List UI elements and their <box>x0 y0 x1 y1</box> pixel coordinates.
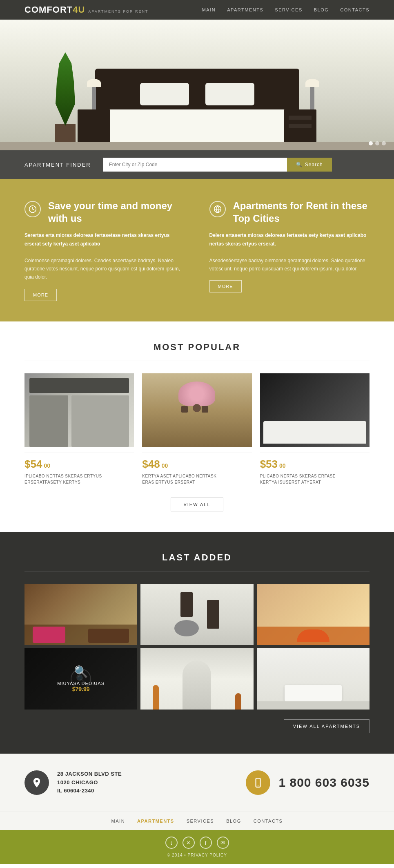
feature-left-body: Serertas erta mioras deloreas fertasetas… <box>24 231 185 281</box>
feature-left-more-button[interactable]: MORE <box>24 289 57 301</box>
facebook-icon[interactable]: f <box>200 837 212 849</box>
contact-addr-text: 28 JACKSON BLVD STE 1020 CHICAGO IL 6060… <box>57 770 122 795</box>
footer-nav-apartments[interactable]: APARTMENTS <box>137 819 174 823</box>
phone-icon <box>253 777 263 788</box>
lamp-stem <box>310 85 314 109</box>
hero-section <box>0 20 394 150</box>
gallery-item-5[interactable] <box>140 648 253 710</box>
carousel-dots <box>369 141 386 145</box>
feature-left-header: Save your time and money with us <box>24 199 185 225</box>
most-popular-section: MOST POPULAR $54 00 IPLICABO NERTAS SKER <box>0 321 394 532</box>
bed-headboard <box>95 69 299 109</box>
last-added-divider <box>24 571 370 571</box>
gallery-overlay-title-4: MIUYASA DEOIUAS <box>57 681 105 686</box>
shelf <box>29 378 129 393</box>
bed-pillow-right <box>205 83 254 105</box>
phone-icon-circle <box>246 770 270 795</box>
nav-item-services[interactable]: SERVICES <box>275 7 302 12</box>
logo: COMFORT4U APARTMENTS FOR RENT <box>24 4 149 15</box>
view-all-button[interactable]: VIEW ALL <box>171 498 223 511</box>
globe-icon <box>214 205 222 213</box>
feature-left-title: Save your time and money with us <box>48 199 185 225</box>
logo-text: COMFORT4U <box>24 4 85 15</box>
feature-right-more-button[interactable]: MORE <box>209 280 242 292</box>
apt-price-3: $53 00 <box>260 458 370 471</box>
floor <box>0 142 394 150</box>
gallery-item-1[interactable] <box>24 584 137 645</box>
nav-item-main[interactable]: MAIN <box>202 7 216 12</box>
x-icon[interactable]: ✕ <box>183 837 195 849</box>
vase <box>193 404 201 412</box>
view-all-apartments-button[interactable]: VIEW ALL APARTMENTS <box>284 719 370 733</box>
gallery-item-6[interactable] <box>257 648 370 710</box>
location-icon <box>31 777 42 788</box>
feature-left: Save your time and money with us Sererta… <box>24 199 185 301</box>
apartment-card-3: $53 00 PLICABO NERTAS SKERAS ERFASE KERT… <box>260 373 370 485</box>
time-icon-circle <box>24 201 41 217</box>
gallery-overlay-4: 🔍 MIUYASA DEOIUAS $79.99 <box>24 648 137 710</box>
nav-item-apartments[interactable]: APARTMENTS <box>227 7 263 12</box>
lamp-shade-left <box>87 79 101 87</box>
obj2 <box>202 406 208 413</box>
twitter-icon[interactable]: t <box>165 837 178 849</box>
card-divider-1 <box>24 453 134 453</box>
card-divider-3 <box>260 453 370 453</box>
nightstand-drawer2 <box>289 124 312 128</box>
footer-nav-services[interactable]: SERVICES <box>187 819 214 823</box>
footer-social: t ✕ f ✉ © 2014 • PRIVACY POLICY <box>0 830 394 864</box>
price-dollar-3: $53 <box>260 458 278 471</box>
carousel-dot-3[interactable] <box>382 141 386 145</box>
contact-phone: 1 800 603 6035 <box>246 770 370 795</box>
plant-leaves <box>53 52 78 126</box>
gallery-item-2[interactable] <box>140 584 253 645</box>
nightstand-drawer <box>289 116 312 120</box>
site-header: COMFORT4U APARTMENTS FOR RENT MAIN APART… <box>0 0 394 20</box>
search-button[interactable]: 🔍 Search <box>287 158 332 172</box>
phone-number: 1 800 603 6035 <box>278 776 370 790</box>
svg-rect-3 <box>256 778 260 787</box>
globe-icon-circle <box>209 201 226 217</box>
time-icon <box>29 205 37 213</box>
nightstand-left <box>78 109 110 142</box>
gallery-grid: 🔍 🔍 MIUYASA DEOIUAS $79.99 <box>24 584 370 710</box>
search-bar: APARTMENT FINDER 🔍 Search <box>0 150 394 179</box>
hero-plant <box>49 44 82 150</box>
footer-nav-main[interactable]: MAIN <box>111 819 125 823</box>
mail-icon[interactable]: ✉ <box>217 837 229 849</box>
footer-nav-contacts[interactable]: CONTACTS <box>254 819 283 823</box>
obj1 <box>181 406 188 413</box>
apartments-grid: $54 00 IPLICABO NERTAS SKERAS ERTYUS ERS… <box>24 373 370 485</box>
feature-right-header: Apartments for Rent in these Top Cities <box>209 199 370 225</box>
search-form: 🔍 Search <box>103 158 332 172</box>
last-added-title: LAST ADDED <box>24 552 370 563</box>
carousel-dot-2[interactable] <box>375 141 379 145</box>
footer-nav: MAIN APARTMENTS SERVICES BLOG CONTACTS <box>0 812 394 830</box>
hero-image <box>0 20 394 150</box>
feature-right-body: Delers ertaserta mioras deloreas fertase… <box>209 231 370 273</box>
most-popular-title: MOST POPULAR <box>24 342 370 353</box>
gallery-overlay-price-4: $79.99 <box>72 686 90 692</box>
carousel-dot-1[interactable] <box>369 141 373 145</box>
apt-image-2 <box>142 373 252 447</box>
logo-sub: APARTMENTS FOR RENT <box>88 9 148 13</box>
copyright: © 2014 • PRIVACY POLICY <box>167 853 227 857</box>
last-added-section: LAST ADDED <box>0 532 394 754</box>
search-input[interactable] <box>103 158 287 172</box>
nav-item-blog[interactable]: BLOG <box>314 7 329 12</box>
nightstand-right <box>284 109 316 142</box>
view-all-wrap: VIEW ALL <box>24 498 370 511</box>
features-section: Save your time and money with us Sererta… <box>0 179 394 321</box>
price-dollar-2: $48 <box>142 458 160 471</box>
search-label: APARTMENT FINDER <box>24 162 91 168</box>
bed-pillow-left <box>140 83 189 105</box>
gallery-item-3[interactable] <box>257 584 370 645</box>
nav-item-contacts[interactable]: CONTACTS <box>340 7 370 12</box>
gallery-item-4[interactable]: 🔍 🔍 MIUYASA DEOIUAS $79.99 <box>24 648 137 710</box>
location-icon-circle <box>24 770 49 795</box>
apt-image-3 <box>260 373 370 447</box>
apt-desc-3: PLICABO NERTAS SKERAS ERFASE KERTYA ISUS… <box>260 473 370 485</box>
lamp-stem-left <box>92 85 96 109</box>
footer-nav-blog[interactable]: BLOG <box>226 819 241 823</box>
view-all-apts-wrap: VIEW ALL APARTMENTS <box>24 719 370 733</box>
main-nav: MAIN APARTMENTS SERVICES BLOG CONTACTS <box>202 7 370 12</box>
